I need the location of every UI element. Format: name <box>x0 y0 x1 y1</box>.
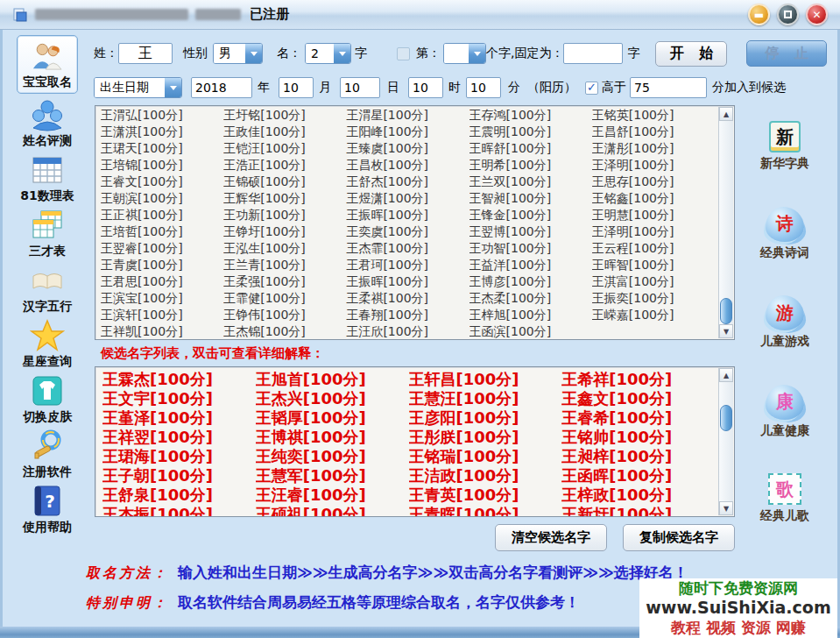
name-item[interactable]: 王泓生[100分] <box>223 240 346 257</box>
name-item[interactable]: 王柔祺[100分] <box>346 290 469 307</box>
name-item[interactable]: 王铮伟[100分] <box>223 307 346 323</box>
name-item[interactable]: 王泽明[100分] <box>592 223 715 240</box>
name-item[interactable]: 王柔强[100分] <box>223 273 346 290</box>
name-item[interactable]: 王昌舒[100分] <box>592 124 715 140</box>
name-item[interactable]: 王振晖[100分] <box>346 273 469 290</box>
name-item[interactable]: 王明希[100分] <box>469 157 592 174</box>
candidate-item[interactable]: 王堇泽[100分] <box>102 408 256 428</box>
name-item[interactable]: 王兰双[100分] <box>469 174 592 190</box>
sidebar-item-xinhua-dictionary[interactable]: 新 新华字典 <box>760 121 809 172</box>
candidate-item[interactable]: 王彦阳[100分] <box>409 408 562 428</box>
scroll-thumb[interactable] <box>720 298 732 324</box>
sidebar-item-register[interactable]: 注册软件 <box>23 429 72 480</box>
name-item[interactable]: 王杰锦[100分] <box>223 323 346 340</box>
candidate-item[interactable]: 王新圩[100分] <box>561 505 715 517</box>
sidebar-item-baby-naming[interactable]: 宝宝取名 <box>17 35 78 94</box>
name-item[interactable]: 王渭弘[100分] <box>101 107 223 124</box>
name-item[interactable]: 王存鸿[100分] <box>469 107 592 124</box>
candidate-item[interactable]: 王铭瑞[100分] <box>409 447 562 466</box>
candidate-item[interactable]: 王汪睿[100分] <box>256 486 409 505</box>
hour-input[interactable] <box>408 77 443 98</box>
name-item[interactable]: 王振奕[100分] <box>592 290 715 307</box>
name-item[interactable]: 王铭英[100分] <box>592 107 715 124</box>
birth-type-select[interactable]: 出生日期 <box>94 77 182 98</box>
name-item[interactable]: 王正祺[100分] <box>101 207 223 223</box>
candidate-item[interactable]: 王轩昌[100分] <box>409 370 562 389</box>
candidate-item[interactable]: 王韬厚[100分] <box>256 408 409 428</box>
name-item[interactable]: 王舒杰[100分] <box>346 174 469 190</box>
start-button[interactable]: 开 始 <box>655 41 727 67</box>
name-item[interactable]: 王益洋[100分] <box>469 257 592 273</box>
name-item[interactable]: 王翌博[100分] <box>469 223 592 240</box>
close-button[interactable]: ✕ <box>806 4 828 25</box>
name-item[interactable]: 王浩正[100分] <box>223 157 346 174</box>
name-item[interactable]: 王思存[100分] <box>592 174 715 190</box>
name-item[interactable]: 王珺天[100分] <box>101 140 223 157</box>
name-item[interactable]: 王潇彤[100分] <box>592 140 715 157</box>
sidebar-item-name-evaluate[interactable]: 姓名评测 <box>23 98 72 149</box>
candidate-item[interactable]: 王睿希[100分] <box>561 408 715 428</box>
name-item[interactable]: 王春翔[100分] <box>346 307 469 323</box>
candidate-item[interactable]: 王子朝[100分] <box>102 466 256 486</box>
candidate-item[interactable]: 王洁政[100分] <box>409 466 562 486</box>
name-item[interactable]: 王嵘嘉[100分] <box>592 307 715 323</box>
candidate-item[interactable]: 王杰振[100分] <box>102 505 256 517</box>
name-item[interactable]: 王铭鑫[100分] <box>592 190 715 207</box>
name-item[interactable]: 王铮圩[100分] <box>223 223 346 240</box>
candidate-item[interactable]: 王杰兴[100分] <box>256 389 409 408</box>
name-item[interactable]: 王睿文[100分] <box>101 174 223 190</box>
sidebar-item-children-health[interactable]: 康 儿童健康 <box>760 385 809 439</box>
name-item[interactable]: 王朝滨[100分] <box>101 190 223 207</box>
scroll-up-icon[interactable]: ▲ <box>719 107 733 121</box>
candidate-item[interactable]: 王纯奕[100分] <box>256 447 409 466</box>
above-score-input[interactable] <box>630 77 707 98</box>
name-item[interactable]: 王云程[100分] <box>592 240 715 257</box>
name-item[interactable]: 王淇富[100分] <box>592 273 715 290</box>
name-item[interactable]: 王锋金[100分] <box>469 207 592 223</box>
name-item[interactable]: 王政佳[100分] <box>223 124 346 140</box>
given-count-select[interactable]: 2 <box>305 43 351 64</box>
day-input[interactable] <box>340 77 380 98</box>
name-item[interactable]: 王霏健[100分] <box>223 290 346 307</box>
candidate-item[interactable]: 王希祥[100分] <box>561 370 715 389</box>
candidate-item[interactable]: 王硕祖[100分] <box>256 505 409 517</box>
clear-candidates-button[interactable]: 清空候选名字 <box>495 524 607 551</box>
name-item[interactable]: 王昌枚[100分] <box>346 157 469 174</box>
name-item[interactable]: 王兰青[100分] <box>223 257 346 273</box>
name-item[interactable]: 王煜潇[100分] <box>346 190 469 207</box>
candidates-list[interactable]: 王霖杰[100分]王旭首[100分]王轩昌[100分]王希祥[100分]王文宇[… <box>95 366 735 517</box>
candidate-item[interactable]: 王彤朕[100分] <box>409 428 562 447</box>
name-item[interactable]: 王功新[100分] <box>223 207 346 223</box>
minimize-button[interactable]: ▬ <box>748 4 770 25</box>
candidate-item[interactable]: 王鑫文[100分] <box>561 389 715 408</box>
name-item[interactable]: 王青虞[100分] <box>101 257 223 273</box>
surname-input[interactable] <box>118 43 173 64</box>
name-item[interactable]: 王铠汪[100分] <box>223 140 346 157</box>
name-item[interactable]: 王汪欣[100分] <box>346 323 469 340</box>
name-item[interactable]: 王锦硕[100分] <box>223 174 346 190</box>
name-item[interactable]: 王杰霏[100分] <box>346 240 469 257</box>
name-item[interactable]: 王晖智[100分] <box>592 257 715 273</box>
name-item[interactable]: 王晖舒[100分] <box>469 140 592 157</box>
candidate-item[interactable]: 王青晖[100分] <box>409 505 562 517</box>
gender-select[interactable]: 男 <box>213 43 263 64</box>
name-item[interactable]: 王函滨[100分] <box>469 323 592 340</box>
name-item[interactable]: 王祥凯[100分] <box>101 323 223 340</box>
name-item[interactable]: 王培哲[100分] <box>101 223 223 240</box>
candidate-item[interactable]: 王博祺[100分] <box>256 428 409 447</box>
month-input[interactable] <box>279 77 314 98</box>
name-item[interactable]: 王臻虞[100分] <box>346 140 469 157</box>
candidate-item[interactable]: 王铭帅[100分] <box>561 428 715 447</box>
candidate-item[interactable]: 王函晖[100分] <box>561 466 715 486</box>
sidebar-item-classic-songs[interactable]: 歌 经典儿歌 <box>760 473 809 524</box>
maximize-button[interactable] <box>777 4 799 25</box>
name-item[interactable]: 王君珂[100分] <box>346 257 469 273</box>
sidebar-item-children-games[interactable]: 游 儿童游戏 <box>760 295 809 350</box>
name-item[interactable]: 王渭星[100分] <box>346 107 469 124</box>
sidebar-item-hanzi-wuxing[interactable]: 汉字五行 <box>23 264 72 315</box>
candidate-item[interactable]: 王霖杰[100分] <box>102 370 256 389</box>
name-item[interactable]: 王功智[100分] <box>469 240 592 257</box>
names-scrollbar[interactable]: ▲ ▼ <box>718 107 733 338</box>
candidate-item[interactable]: 王昶梓[100分] <box>561 447 715 466</box>
name-item[interactable]: 王滨轩[100分] <box>101 307 223 323</box>
